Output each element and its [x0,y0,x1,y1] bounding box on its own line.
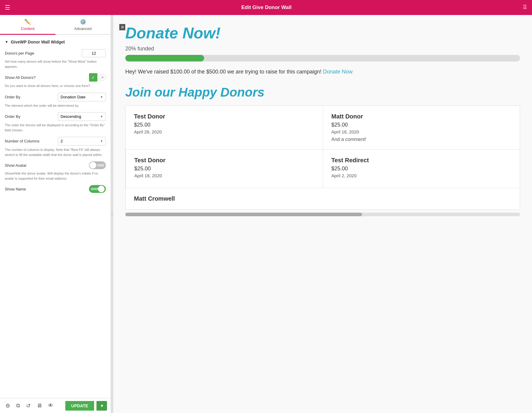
resize-handle[interactable]: ⋮ [111,15,113,413]
grid-icon[interactable]: ⠿ [523,4,527,11]
show-all-donors-checked[interactable]: ✓ [89,73,97,82]
donor-amount-4: $25.00 [331,166,512,172]
donor-date-2: April 18, 2020 [331,129,512,134]
partial-donor-name: Matt Cromwell [134,195,511,202]
join-title: Join our Happy Donors [125,85,520,100]
order-by-1-row: Order By Donation Date ▼ [5,93,106,101]
pencil-icon: ✏️ [24,19,31,25]
donor-date-1: April 28, 2020 [134,129,314,134]
show-avatar-toggle-container: HIDE [89,161,106,169]
donor-date-3: April 18, 2020 [134,173,314,178]
order-by-2-hint: The order the donors will be displayed i… [5,123,106,133]
panel-content: ▼ GiveWP Donor Wall Widget Donors per Pa… [0,35,111,398]
donors-per-page-label: Donors per Page [5,51,34,55]
hamburger-icon[interactable]: ☰ [5,4,10,11]
tabs: ✏️ Content ⚙️ Advanced [0,15,111,35]
donor-card-3: Test Donor $25.00 April 18, 2020 [126,149,323,188]
donor-name-3: Test Donor [134,157,314,164]
donor-name-1: Test Donor [134,113,314,120]
order-by-2-row: Order By Descending ▼ [5,112,106,121]
page-title: Edit Give Donor Wall [241,4,292,10]
order-by-1-label: Order By [5,95,20,99]
donors-per-page-row: Donors per Page [5,49,106,57]
donor-card-4: Test Redirect $25.00 April 2, 2020 [323,149,520,188]
collapse-arrow[interactable]: ▼ [5,40,8,44]
num-columns-row: Number of Columns 2 ▼ [5,137,106,145]
tab-content-label: Content [21,26,34,31]
history-icon[interactable]: ↺ [24,401,32,411]
show-all-donors-clear[interactable]: ✕ [99,74,106,81]
top-bar: ☰ Edit Give Donor Wall ⠿ [0,0,532,15]
gear-icon: ⚙️ [80,19,86,25]
chevron-down-icon-3: ▼ [100,139,103,143]
donor-card-1: Test Donor $25.00 April 28, 2020 [126,106,323,149]
left-panel: ✏️ Content ⚙️ Advanced ▼ GiveWP Donor Wa… [0,15,111,413]
tab-advanced[interactable]: ⚙️ Advanced [55,15,111,35]
toggle-show-label: SHOW [91,187,100,191]
donor-grid: Test Donor $25.00 April 28, 2020 Matt Do… [125,106,520,188]
campaign-text-content: Hey! We've raised $100.00 of the $500.00… [125,69,321,75]
right-panel: ⊞ Donate Now! 20% funded Hey! We've rais… [113,15,532,413]
section-title: GiveWP Donor Wall Widget [11,40,65,44]
update-arrow-button[interactable]: ▼ [97,401,107,411]
donate-now-title: Donate Now! [125,24,520,42]
donor-amount-1: $25.00 [134,122,314,128]
show-avatar-hint: Show/Hide the donor avatar. Will display… [5,171,106,181]
block-handle[interactable]: ⊞ [119,24,125,30]
toggle-hide-label: HIDE [97,164,104,167]
progress-bar-fill [125,55,204,61]
show-avatar-toggle[interactable]: HIDE [89,161,106,169]
num-columns-label: Number of Columns [5,139,40,143]
tab-content[interactable]: ✏️ Content [0,15,55,35]
section-header: ▼ GiveWP Donor Wall Widget [5,40,106,44]
layers-icon[interactable]: ⧉ [14,401,22,411]
donor-date-4: April 2, 2020 [331,173,512,178]
donor-amount-2: $25.00 [331,122,512,128]
toggle-thumb [90,162,96,169]
show-avatar-label: Show Avatar [5,163,27,168]
bottom-toolbar: ⚙ ⧉ ↺ 🖥 👁 UPDATE ▼ [0,398,111,413]
chevron-down-icon: ▼ [100,95,103,99]
num-columns-hint: The number of columns to display. Note t… [5,147,106,157]
settings-icon[interactable]: ⚙ [4,401,12,411]
donors-per-page-hint: Set how many donors will show before the… [5,59,106,69]
donate-now-link[interactable]: Donate Now [323,69,352,75]
donor-comment-2: And a comment! [331,137,512,142]
show-all-donors-controls: ✓ ✕ [89,73,106,82]
order-by-2-value: Descending [61,114,81,119]
order-by-1-select[interactable]: Donation Date ▼ [58,93,106,101]
donor-amount-3: $25.00 [134,166,314,172]
show-name-toggle-container: SHOW [89,185,106,193]
scrollbar-thumb[interactable] [125,213,362,216]
show-avatar-row: Show Avatar HIDE [5,161,106,169]
progress-bar [125,55,520,61]
chevron-down-icon-2: ▼ [100,115,103,118]
show-all-donors-hint: Do you want to show all donors here, or … [5,83,106,88]
donor-name-4: Test Redirect [331,157,512,164]
eye-icon[interactable]: 👁 [46,401,55,411]
show-name-toggle[interactable]: SHOW [89,185,106,193]
tab-advanced-label: Advanced [74,26,92,31]
desktop-icon[interactable]: 🖥 [35,401,44,411]
donor-name-2: Matt Donor [331,113,512,120]
funded-text: 20% funded [125,46,520,52]
order-by-2-select[interactable]: Descending ▼ [58,112,106,121]
campaign-text: Hey! We've raised $100.00 of the $500.00… [125,67,520,76]
horizontal-scrollbar[interactable] [125,213,520,216]
show-all-donors-row: Show All Donors? ✓ ✕ [5,73,106,82]
update-button[interactable]: UPDATE [65,401,94,411]
show-all-donors-label: Show All Donors? [5,75,36,80]
main-layout: ✏️ Content ⚙️ Advanced ▼ GiveWP Donor Wa… [0,15,532,413]
donor-card-2: Matt Donor $25.00 April 18, 2020 And a c… [323,106,520,149]
num-columns-select[interactable]: 2 ▼ [58,137,106,145]
order-by-1-hint: The element which the order will be dete… [5,103,106,108]
donors-per-page-input[interactable] [82,49,106,57]
show-name-label: Show Name [5,187,26,191]
num-columns-value: 2 [61,139,63,143]
order-by-2-label: Order By [5,114,20,119]
order-by-1-value: Donation Date [61,95,85,99]
show-name-row: Show Name SHOW [5,185,106,193]
partial-donor-card: Matt Cromwell [125,188,520,210]
